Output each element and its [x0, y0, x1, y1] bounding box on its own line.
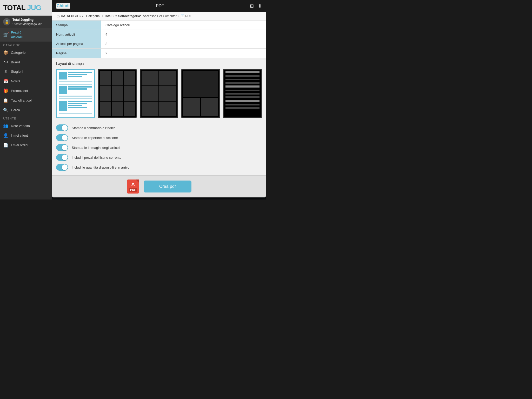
articoli-label: Articoli 0	[11, 35, 24, 39]
toggle-immagini-label: Stampa le immagini degli articoli	[72, 146, 120, 150]
modal-footer: A PDF Crea pdf	[52, 175, 266, 197]
stagioni-icon: ❄	[3, 69, 8, 74]
table-row-pagine: Pagine 2	[52, 49, 266, 58]
table-row-articoli-pagina: Articoli per pagina 8	[52, 39, 266, 49]
pezzi-label: Pezzi 0	[11, 31, 21, 34]
num-articoli-label: Num. articoli	[52, 30, 101, 39]
logo-text: TOTAL JUG	[3, 4, 41, 12]
toggle-row-copertine: Stampa le copertine di sezione	[56, 133, 262, 143]
breadcrumb-final: PDF	[185, 14, 192, 18]
info-table: Stampa Catalogo articoli Num. articoli 4…	[52, 21, 266, 58]
brand-icon: 🏷	[3, 60, 8, 64]
layout-option-5[interactable]	[223, 69, 262, 118]
stagioni-label: Stagioni	[11, 70, 23, 74]
pezzi-val: 0	[19, 31, 21, 34]
sidebar-item-cerca[interactable]: 🔍 Cerca	[0, 105, 52, 115]
create-pdf-button[interactable]: Crea pdf	[144, 181, 191, 192]
tutti-label: Tutti gli articoli	[11, 98, 32, 102]
cerca-label: Cerca	[11, 108, 20, 112]
layout-options	[56, 69, 262, 118]
breadcrumb: 🗂 CATALOGO » 🏷 Categoria: I-Total » ≡ So…	[52, 12, 266, 21]
breadcrumb-subcat-val: Accessori Per Computer	[143, 14, 177, 18]
sidebar-cart-text: Pezzi 0 Articoli 0	[11, 30, 24, 39]
main-area: 📅 Tue 15 Chiudi PDF ⊞ ⬆ 🗂 CATALOGO »	[52, 0, 266, 200]
clienti-label: I miei clienti	[11, 134, 29, 137]
pdf-modal: Chiudi PDF ⊞ ⬆ 🗂 CATALOGO » 🏷 Categoria:…	[52, 0, 266, 197]
grid-icon[interactable]: ⊞	[250, 3, 254, 9]
breadcrumb-categoria-label: Categoria:	[86, 14, 101, 18]
catalogo-icon: 🗂	[56, 14, 60, 18]
modal-overlay: Chiudi PDF ⊞ ⬆ 🗂 CATALOGO » 🏷 Categoria:…	[52, 0, 266, 200]
novita-label: Novità	[11, 79, 21, 83]
toggle-immagini[interactable]	[56, 144, 68, 151]
breadcrumb-pdf-icon: 📄	[181, 14, 184, 18]
breadcrumb-catalogo: CATALOGO	[61, 14, 78, 18]
sep2: »	[112, 14, 114, 18]
stampa-value: Catalogo articoli	[101, 21, 266, 30]
tutti-icon: 📋	[3, 98, 8, 103]
sep1: »	[79, 14, 81, 18]
toggle-row-prezzi: Includi i prezzi del listino corrente	[56, 152, 262, 162]
sidebar-item-ordini[interactable]: 📄 I miei ordini	[0, 140, 52, 150]
modal-header: Chiudi PDF ⊞ ⬆	[52, 0, 266, 12]
rete-icon: 👥	[3, 123, 8, 128]
toggle-row-sommario: Stampa il sommario e l'indice	[56, 123, 262, 133]
pdf-acrobat-symbol: A	[131, 182, 135, 188]
clienti-icon: 👤	[3, 133, 8, 138]
toggle-sommario[interactable]	[56, 124, 68, 131]
layout-option-4[interactable]	[181, 69, 220, 118]
toggle-copertine-label: Stampa le copertine di sezione	[72, 136, 118, 140]
breadcrumb-cat-icon: 🏷	[82, 14, 85, 18]
share-icon[interactable]: ⬆	[258, 3, 262, 9]
sidebar-user-subtitle: Utente: Martignago Mir	[12, 22, 42, 25]
layout-option-1[interactable]	[56, 69, 95, 118]
pagine-label: Pagine	[52, 49, 101, 58]
breadcrumb-subcat-icon: ≡	[115, 14, 117, 18]
pdf-file-icon: A PDF	[127, 179, 139, 194]
sidebar-item-tutti[interactable]: 📋 Tutti gli articoli	[0, 96, 52, 105]
user-avatar-icon: 🔒	[3, 18, 10, 25]
toggle-prezzi-label: Includi i prezzi del listino corrente	[72, 156, 121, 159]
promozioni-label: Promozioni	[11, 89, 28, 93]
layout-option-3[interactable]	[140, 69, 178, 118]
sidebar: TOTAL JUG 🔒 Total Juggling Utente: Marti…	[0, 0, 52, 200]
articoli-val: 0	[23, 35, 24, 39]
novita-icon: 📅	[3, 79, 8, 84]
pagine-value: 2	[101, 49, 266, 58]
toggle-quantita[interactable]	[56, 164, 68, 171]
categorie-icon: 📦	[3, 50, 8, 55]
layout-section: Layout di stampa	[52, 58, 266, 121]
catalogo-section-header: Catalogo	[0, 42, 52, 48]
sidebar-item-stagioni[interactable]: ❄ Stagioni	[0, 67, 52, 76]
table-row-num-articoli: Num. articoli 4	[52, 30, 266, 39]
layout-option-2[interactable]	[98, 69, 137, 118]
sidebar-user-section: 🔒 Total Juggling Utente: Martignago Mir	[0, 16, 52, 28]
header-actions: ⊞ ⬆	[250, 3, 262, 9]
sidebar-item-categorie[interactable]: 📦 Categorie	[0, 48, 52, 57]
sidebar-item-brand[interactable]: 🏷 Brand	[0, 57, 52, 67]
sidebar-item-promozioni[interactable]: 🎁 Promozioni	[0, 86, 52, 96]
sidebar-item-novita[interactable]: 📅 Novità	[0, 76, 52, 86]
toggle-copertine[interactable]	[56, 134, 68, 141]
ordini-icon: 📄	[3, 143, 8, 148]
toggle-prezzi[interactable]	[56, 154, 68, 161]
breadcrumb-categoria-val: I-Total	[102, 14, 111, 18]
articoli-pagina-value: 8	[101, 39, 266, 49]
ordini-label: I miei ordini	[11, 143, 28, 147]
close-button[interactable]: Chiudi	[56, 3, 70, 9]
layout-section-label: Layout di stampa	[56, 62, 262, 66]
options-section: Stampa il sommario e l'indice Stampa le …	[52, 121, 266, 175]
sidebar-user-info: Total Juggling Utente: Martignago Mir	[12, 18, 42, 26]
table-row-stampa: Stampa Catalogo articoli	[52, 21, 266, 30]
num-articoli-value: 4	[101, 30, 266, 39]
sidebar-item-clienti[interactable]: 👤 I miei clienti	[0, 131, 52, 140]
sidebar-user-name: Total Juggling	[12, 18, 42, 22]
sidebar-item-rete[interactable]: 👥 Rete vendita	[0, 121, 52, 131]
rete-label: Rete vendita	[11, 124, 30, 128]
toggle-quantita-label: Includi le quantità disponibili e in arr…	[72, 165, 130, 169]
toggle-sommario-label: Stampa il sommario e l'indice	[72, 126, 116, 130]
cerca-icon: 🔍	[3, 108, 8, 112]
sidebar-logo: TOTAL JUG	[0, 0, 52, 16]
categorie-label: Categorie	[11, 51, 25, 55]
cart-icon: 🛒	[3, 32, 9, 38]
